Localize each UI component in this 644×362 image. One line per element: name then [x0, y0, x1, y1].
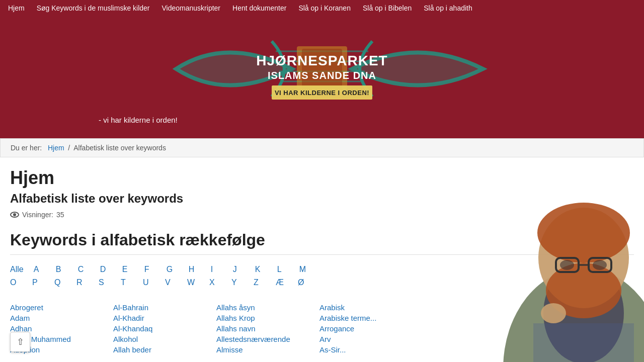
keyword-arrogance[interactable]: Arrogance — [319, 323, 423, 334]
svg-point-21 — [593, 260, 607, 270]
alpha-s[interactable]: S — [99, 278, 111, 287]
breadcrumb-home-link[interactable]: Hjem — [48, 144, 64, 152]
alpha-oe[interactable]: Ø — [298, 278, 310, 287]
page-subtitle: Alfabetisk liste over keywords — [10, 192, 634, 206]
views-label: Visninger: — [22, 211, 53, 219]
keyword-alkohol[interactable]: Alkohol — [113, 334, 216, 344]
alpha-z[interactable]: Z — [254, 278, 266, 287]
alpha-v[interactable]: V — [165, 278, 177, 287]
alpha-m[interactable]: M — [299, 265, 311, 274]
chevron-up-icon: ⇧ — [17, 336, 24, 347]
alpha-i[interactable]: I — [211, 265, 223, 274]
keyword-allestedsnærværende[interactable]: Allestedsnærværende — [216, 334, 319, 344]
keyword-allahs-navn[interactable]: Allahs navn — [216, 323, 319, 334]
keyword-arabisk[interactable]: Arabisk — [319, 302, 423, 313]
alpha-p[interactable]: P — [32, 278, 44, 287]
views-info: Visninger: 35 — [10, 211, 634, 219]
nav-home[interactable]: Hjem — [8, 4, 25, 12]
nav-koran[interactable]: Slå op i Koranen — [298, 4, 351, 12]
keywords-heading: Keywords i alfabetisk rækkefølge — [10, 231, 634, 255]
alpha-o[interactable]: O — [10, 278, 22, 287]
keywords-col2: Al-Bahrain Al-Khadir Al-Khandaq Alkohol … — [113, 302, 216, 355]
breadcrumb-prefix: Du er her: — [11, 144, 42, 152]
alpha-b[interactable]: B — [56, 265, 68, 274]
nav-docs[interactable]: Hent dokumenter — [232, 4, 286, 12]
keyword-allahs-krop[interactable]: Allahs Krop — [216, 313, 319, 323]
header-banner: HJØRNESPARKET ISLAMS SANDE DNA VI HAR KI… — [0, 16, 644, 138]
alpha-a[interactable]: A — [34, 265, 46, 274]
svg-point-20 — [560, 260, 574, 270]
scroll-top-button[interactable]: ⇧ — [10, 332, 30, 352]
svg-text:HJØRNESPARKET: HJØRNESPARKET — [256, 53, 387, 68]
keyword-adam[interactable]: Adam — [10, 313, 113, 323]
keyword-as-sir[interactable]: As-Sir... — [319, 344, 423, 355]
alpha-ae[interactable]: Æ — [276, 278, 288, 287]
svg-point-14 — [538, 208, 629, 308]
keyword-allahs-asyn[interactable]: Allahs åsyn — [216, 302, 319, 313]
alpha-alle[interactable]: Alle — [10, 265, 24, 274]
svg-point-12 — [503, 268, 644, 362]
svg-rect-23 — [533, 323, 634, 362]
keywords-col4: Arabisk Arabiske terme... Arrogance Arv … — [319, 302, 423, 355]
alpha-w[interactable]: W — [187, 278, 199, 287]
svg-rect-18 — [589, 258, 611, 272]
svg-point-22 — [541, 303, 566, 323]
main-content: Hjem Alfabetisk liste over keywords Visn… — [0, 157, 644, 362]
alpha-h[interactable]: H — [189, 265, 201, 274]
nav-video[interactable]: Videomanuskripter — [162, 4, 220, 12]
breadcrumb-current: Alfabetisk liste over keywords — [73, 144, 166, 152]
keywords-col3: Allahs åsyn Allahs Krop Allahs navn Alle… — [216, 302, 319, 355]
banner-tagline: - vi har kilderne i orden! — [91, 112, 186, 128]
views-count: 35 — [56, 211, 64, 219]
keyword-al-khadir[interactable]: Al-Khadir — [113, 313, 216, 323]
alpha-r[interactable]: R — [76, 278, 89, 287]
alpha-u[interactable]: U — [143, 278, 155, 287]
alpha-nav: Alle A B C D E F G H I J K L M O P Q R S… — [10, 265, 423, 287]
keyword-arv[interactable]: Arv — [319, 334, 423, 344]
svg-text:ISLAMS SANDE DNA: ISLAMS SANDE DNA — [268, 70, 376, 81]
eye-icon — [10, 212, 19, 218]
keyword-allah-beder[interactable]: Allah beder — [113, 344, 216, 355]
nav-bible[interactable]: Slå op i Bibelen — [363, 4, 412, 12]
page-title: Hjem — [10, 167, 634, 189]
alpha-d[interactable]: D — [100, 265, 112, 274]
svg-point-16 — [546, 263, 621, 318]
keyword-abrogeret[interactable]: Abrogeret — [10, 302, 113, 313]
site-logo: HJØRNESPARKET ISLAMS SANDE DNA VI HAR KI… — [151, 26, 493, 112]
alpha-l[interactable]: L — [277, 265, 289, 274]
svg-rect-17 — [556, 258, 579, 272]
alpha-x[interactable]: X — [209, 278, 221, 287]
alpha-y[interactable]: Y — [231, 278, 244, 287]
nav-ahadith[interactable]: Slå op i ahadith — [424, 4, 472, 12]
breadcrumb: Du er her: Hjem / Alfabetisk liste over … — [0, 138, 644, 157]
nav-search[interactable]: Søg Keywords i de muslimske kilder — [37, 4, 150, 12]
top-nav: Hjem Søg Keywords i de muslimske kilder … — [0, 0, 644, 16]
alpha-row1: Alle A B C D E F G H I J K L M — [10, 265, 311, 274]
alpha-j[interactable]: J — [233, 265, 245, 274]
keyword-al-khandaq[interactable]: Al-Khandaq — [113, 323, 216, 334]
svg-text:VI HAR KILDERNE I ORDEN!: VI HAR KILDERNE I ORDEN! — [275, 89, 369, 97]
alpha-q[interactable]: Q — [54, 278, 66, 287]
alpha-row2: O P Q R S T U V W X Y Z Æ Ø — [10, 278, 310, 287]
alpha-g[interactable]: G — [167, 265, 179, 274]
alpha-c[interactable]: C — [78, 265, 90, 274]
alpha-t[interactable]: T — [121, 278, 133, 287]
alpha-k[interactable]: K — [255, 265, 267, 274]
keyword-al-bahrain[interactable]: Al-Bahrain — [113, 302, 216, 313]
alpha-e[interactable]: E — [122, 265, 134, 274]
keyword-arabiske-terme[interactable]: Arabiske terme... — [319, 313, 423, 323]
keywords-list: Abrogeret Adam Adhan Adlyd Muhammed Adop… — [10, 302, 423, 355]
alpha-f[interactable]: F — [144, 265, 156, 274]
svg-point-13 — [543, 263, 624, 362]
keyword-almisse[interactable]: Almisse — [216, 344, 319, 355]
